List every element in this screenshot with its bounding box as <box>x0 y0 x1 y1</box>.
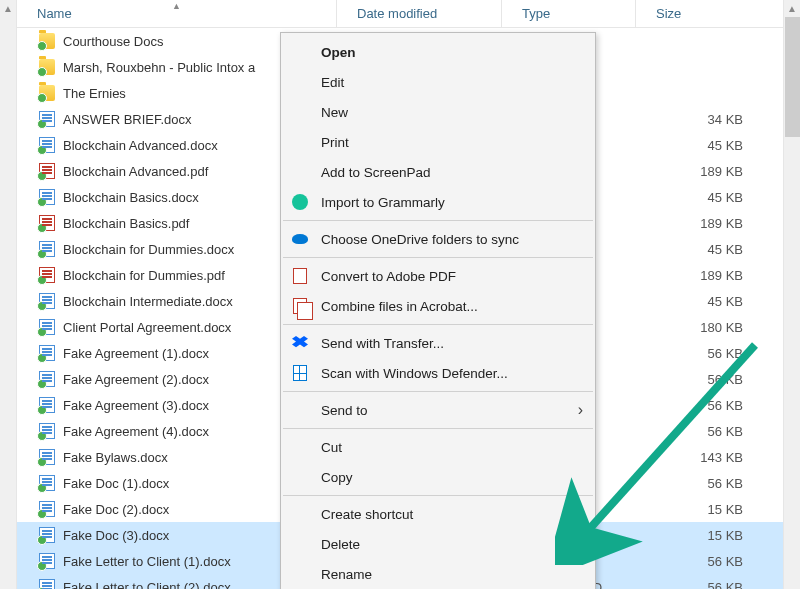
file-size: 15 KB <box>636 502 783 517</box>
scrollbar-left[interactable]: ▲ <box>0 0 17 589</box>
file-size: 56 KB <box>636 554 783 569</box>
scroll-up-icon[interactable]: ▲ <box>0 0 16 17</box>
menu-scan-defender[interactable]: Scan with Windows Defender... <box>281 358 595 388</box>
file-size: 143 KB <box>636 450 783 465</box>
menu-edit[interactable]: Edit <box>281 67 595 97</box>
folder-icon <box>37 33 57 49</box>
file-size: 56 KB <box>636 580 783 590</box>
menu-send-transfer[interactable]: Send with Transfer... <box>281 328 595 358</box>
doc-icon <box>37 137 57 153</box>
file-size: 56 KB <box>636 372 783 387</box>
doc-icon <box>37 475 57 491</box>
column-header-name[interactable]: ▲ Name <box>17 0 337 27</box>
file-size: 45 KB <box>636 138 783 153</box>
menu-cut[interactable]: Cut <box>281 432 595 462</box>
file-size: 56 KB <box>636 346 783 361</box>
doc-icon <box>37 241 57 257</box>
file-size: 56 KB <box>636 398 783 413</box>
menu-separator <box>283 257 593 258</box>
chevron-right-icon: › <box>578 401 583 419</box>
menu-new[interactable]: New <box>281 97 595 127</box>
file-size: 15 KB <box>636 528 783 543</box>
menu-separator <box>283 220 593 221</box>
menu-create-shortcut[interactable]: Create shortcut <box>281 499 595 529</box>
menu-copy[interactable]: Copy <box>281 462 595 492</box>
onedrive-icon <box>291 230 309 248</box>
menu-onedrive-sync[interactable]: Choose OneDrive folders to sync <box>281 224 595 254</box>
pdf-icon <box>37 163 57 179</box>
pdf-icon <box>37 267 57 283</box>
doc-icon <box>37 371 57 387</box>
file-size: 45 KB <box>636 242 783 257</box>
file-size: 180 KB <box>636 320 783 335</box>
doc-icon <box>37 579 57 589</box>
menu-separator <box>283 324 593 325</box>
scroll-thumb[interactable] <box>785 17 800 137</box>
menu-rename[interactable]: Rename <box>281 559 595 589</box>
menu-separator <box>283 391 593 392</box>
doc-icon <box>37 553 57 569</box>
doc-icon <box>37 449 57 465</box>
menu-combine-acrobat[interactable]: Combine files in Acrobat... <box>281 291 595 321</box>
doc-icon <box>37 397 57 413</box>
file-size: 189 KB <box>636 268 783 283</box>
file-size: 189 KB <box>636 216 783 231</box>
defender-icon <box>291 364 309 382</box>
menu-print[interactable]: Print <box>281 127 595 157</box>
menu-separator <box>283 495 593 496</box>
doc-icon <box>37 345 57 361</box>
folder-icon <box>37 85 57 101</box>
file-size: 189 KB <box>636 164 783 179</box>
menu-send-to[interactable]: Send to › <box>281 395 595 425</box>
scrollbar-right[interactable]: ▲ <box>783 0 800 589</box>
file-size: 34 KB <box>636 112 783 127</box>
column-label: Date modified <box>357 6 437 21</box>
menu-add-screenpad[interactable]: Add to ScreenPad <box>281 157 595 187</box>
file-size: 56 KB <box>636 476 783 491</box>
file-size: 56 KB <box>636 424 783 439</box>
column-header-size[interactable]: Size <box>636 0 783 27</box>
doc-icon <box>37 111 57 127</box>
column-label: Type <box>522 6 550 21</box>
column-label: Name <box>37 6 72 21</box>
doc-icon <box>37 527 57 543</box>
file-size: 45 KB <box>636 294 783 309</box>
dropbox-icon <box>291 334 309 352</box>
menu-delete[interactable]: Delete <box>281 529 595 559</box>
column-label: Size <box>656 6 681 21</box>
pdf-icon <box>37 215 57 231</box>
doc-icon <box>37 501 57 517</box>
scroll-up-icon[interactable]: ▲ <box>784 0 800 17</box>
menu-open[interactable]: Open <box>281 37 595 67</box>
context-menu: Open Edit New Print Add to ScreenPad Imp… <box>280 32 596 589</box>
column-header-date[interactable]: Date modified <box>337 0 502 27</box>
menu-separator <box>283 428 593 429</box>
menu-import-grammarly[interactable]: Import to Grammarly <box>281 187 595 217</box>
adobe-pdf-icon <box>291 267 309 285</box>
grammarly-icon <box>291 193 309 211</box>
sort-ascending-icon: ▲ <box>172 1 181 11</box>
doc-icon <box>37 423 57 439</box>
doc-icon <box>37 293 57 309</box>
doc-icon <box>37 319 57 335</box>
doc-icon <box>37 189 57 205</box>
file-size: 45 KB <box>636 190 783 205</box>
column-header-type[interactable]: Type <box>502 0 636 27</box>
acrobat-combine-icon <box>291 297 309 315</box>
folder-icon <box>37 59 57 75</box>
column-header-row: ▲ Name Date modified Type Size <box>17 0 783 28</box>
menu-convert-pdf[interactable]: Convert to Adobe PDF <box>281 261 595 291</box>
